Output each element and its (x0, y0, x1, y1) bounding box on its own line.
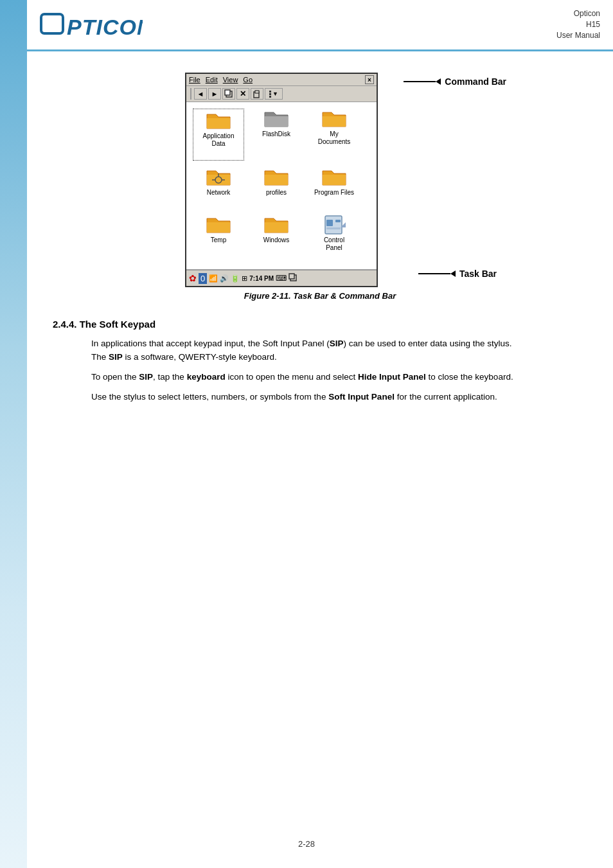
file-item-windows[interactable]: Windows (251, 215, 302, 263)
forward-button[interactable]: ► (208, 88, 221, 100)
taskbar-app-icon[interactable]: 0 (199, 273, 207, 284)
file-label-profiles: profiles (266, 189, 287, 197)
menu-edit[interactable]: Edit (206, 76, 218, 84)
folder-icon-flashdisk (263, 109, 289, 129)
screenshot-container: File Edit View Go × ◄ ► ✕ (53, 73, 587, 301)
section-title: The Soft Keypad (80, 319, 155, 330)
header-info: Opticon H15 User Manual (556, 8, 600, 40)
logo-area: PTICON (40, 9, 143, 41)
file-item-profiles[interactable]: profiles (251, 167, 302, 208)
folder-icon-temp (206, 215, 231, 235)
left-sidebar (0, 0, 27, 868)
taskbar-grid-icon[interactable]: ⊞ (242, 274, 247, 283)
file-content: ApplicationData FlashDisk (186, 102, 377, 269)
taskbar-copy2-icon[interactable] (289, 273, 298, 283)
section-paragraph-2: To open the SIP, tap the keyboard icon t… (91, 371, 528, 384)
paste-button[interactable] (251, 88, 263, 100)
header: PTICON Opticon H15 User Manual (27, 0, 613, 51)
folder-icon-program-files (321, 167, 347, 188)
taskbar-signal-icon[interactable]: 📶 (209, 274, 218, 283)
folder-icon-profiles (263, 167, 289, 188)
menu-file[interactable]: File (189, 76, 200, 84)
svg-rect-5 (255, 91, 259, 93)
menu-view[interactable]: View (223, 76, 238, 84)
folder-icon-my-documents (321, 109, 347, 129)
file-item-network[interactable]: Network (193, 167, 244, 208)
svg-rect-13 (326, 227, 341, 229)
file-label-temp: Temp (211, 236, 226, 244)
file-label-application-data: ApplicationData (203, 132, 235, 148)
task-bar-label: Task Bar (459, 269, 497, 279)
section-number: 2.4.4. (53, 319, 77, 330)
svg-text:PTICON: PTICON (67, 15, 143, 39)
taskbar-start-icon[interactable]: ✿ (189, 273, 197, 283)
taskbar-speaker-icon[interactable]: 🔊 (220, 274, 229, 283)
file-item-my-documents[interactable]: MyDocuments (308, 109, 360, 161)
command-bar-label: Command Bar (445, 76, 506, 87)
file-label-network: Network (207, 189, 231, 197)
file-label-my-documents: MyDocuments (318, 130, 351, 146)
file-label-flashdisk: FlashDisk (262, 130, 290, 138)
page-number: 2-28 (298, 839, 315, 849)
menu-bar: File Edit View Go × (186, 74, 377, 86)
file-label-control-panel: ControlPanel (324, 236, 344, 252)
delete-button[interactable]: ✕ (236, 88, 249, 100)
svg-rect-3 (225, 90, 230, 95)
main-content: File Edit View Go × ◄ ► ✕ (27, 53, 613, 430)
file-item-application-data[interactable]: ApplicationData (193, 109, 244, 161)
section-heading: 2.4.4. The Soft Keypad (53, 319, 587, 330)
taskbar: ✿ 0 📶 🔊 🔋 ⊞ 7:14 PM ⌨ (186, 269, 377, 286)
control-panel-icon (321, 215, 347, 235)
section-paragraph-1: In applications that accept keypad input… (91, 337, 528, 364)
toolbar: ◄ ► ✕ ▼ (186, 86, 377, 102)
product-line2: H15 (556, 19, 600, 30)
svg-rect-12 (335, 220, 341, 222)
product-line3: User Manual (556, 30, 600, 41)
file-item-temp[interactable]: Temp (193, 215, 244, 263)
file-item-flashdisk[interactable]: FlashDisk (251, 109, 302, 161)
toolbar-separator (190, 88, 191, 100)
file-item-program-files[interactable]: Program Files (308, 167, 360, 208)
view-toggle-button[interactable]: ▼ (265, 88, 283, 100)
taskbar-kb-icon[interactable]: ⌨ (276, 274, 287, 283)
svg-rect-15 (289, 274, 294, 279)
command-bar-annotation: Command Bar (404, 76, 506, 87)
folder-icon-network (206, 167, 231, 188)
menu-go[interactable]: Go (243, 76, 253, 84)
copy-button[interactable] (222, 88, 235, 100)
section-244: 2.4.4. The Soft Keypad In applications t… (53, 319, 587, 404)
folder-icon-windows (263, 215, 289, 235)
figure-caption: Figure 2-11. Task Bar & Command Bar (244, 291, 396, 301)
window-close-button[interactable]: × (365, 75, 374, 84)
task-bar-annotation: Task Bar (418, 269, 497, 279)
svg-rect-11 (326, 220, 333, 226)
file-label-program-files: Program Files (314, 189, 354, 197)
taskbar-time: 7:14 PM (249, 275, 274, 282)
file-item-control-panel[interactable]: ControlPanel (308, 215, 360, 263)
file-label-windows: Windows (263, 236, 290, 244)
file-explorer-window: File Edit View Go × ◄ ► ✕ (185, 73, 378, 287)
section-paragraph-3: Use the stylus to select letters, number… (91, 391, 528, 404)
opticon-logo: PTICON (40, 9, 143, 41)
product-line1: Opticon (556, 8, 600, 19)
folder-icon-application-data (206, 111, 231, 131)
svg-rect-0 (41, 14, 63, 33)
taskbar-battery-icon[interactable]: 🔋 (231, 274, 240, 283)
back-button[interactable]: ◄ (194, 88, 207, 100)
